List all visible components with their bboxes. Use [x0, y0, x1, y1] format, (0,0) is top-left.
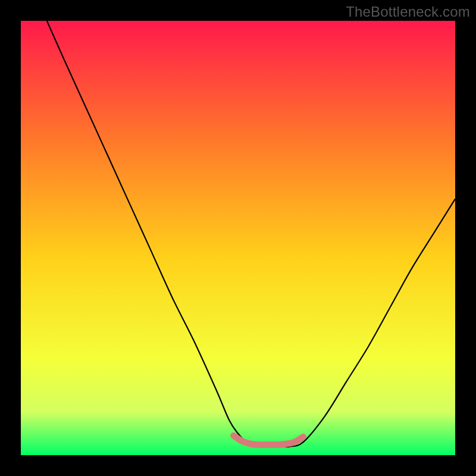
watermark-text: TheBottleneck.com [346, 4, 470, 20]
gradient-background [21, 21, 455, 455]
plot-area [21, 21, 455, 455]
chart-svg [21, 21, 455, 455]
chart-frame: TheBottleneck.com [0, 0, 476, 476]
